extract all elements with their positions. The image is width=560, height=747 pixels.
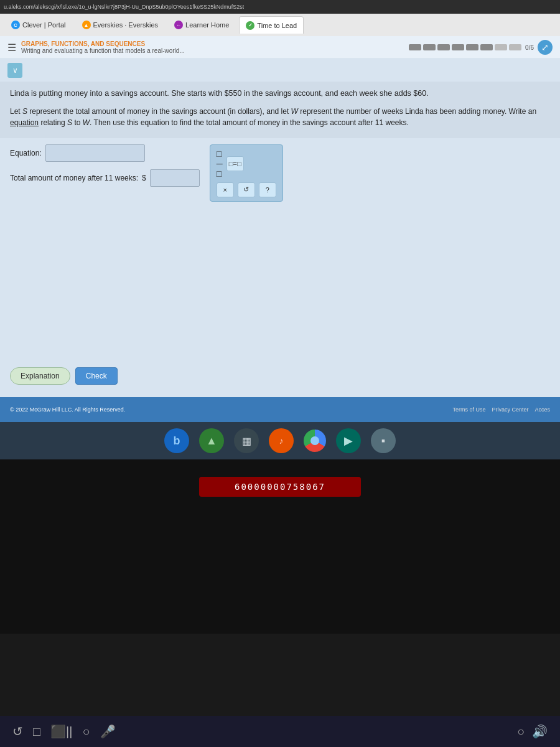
collapse-arrow[interactable]: ∨	[7, 63, 22, 78]
undo-math-btn[interactable]: ↺	[238, 182, 255, 197]
input-fields: Equation: Total amount of money after 11…	[10, 144, 200, 187]
total-row: Total amount of money after 11 weeks: $	[10, 169, 200, 187]
everskies-icon: ▲	[82, 21, 91, 29]
content-header: ☰ GRAPHS, FUNCTIONS, AND SEQUENCES Writi…	[0, 36, 560, 59]
search-right-icon[interactable]: ○	[517, 725, 525, 739]
progress-dot-2	[423, 44, 436, 50]
equation-row: Equation:	[10, 144, 200, 162]
topic-subtitle: Writing and evaluating a function that m…	[21, 47, 185, 54]
id-text: 60000000758067	[235, 482, 325, 492]
total-input[interactable]	[150, 169, 200, 187]
sys-icons-left: ↺ □ ⬛|| ○ 🎤	[12, 724, 116, 739]
main-content: ☰ GRAPHS, FUNCTIONS, AND SEQUENCES Writi…	[0, 36, 560, 422]
problem-area: Linda is putting money into a savings ac…	[0, 82, 560, 138]
audio-icon[interactable]: 🔊	[532, 724, 548, 739]
equation-input[interactable]	[45, 144, 145, 162]
taskbar-chrome-icon[interactable]	[304, 430, 326, 452]
check-button[interactable]: Check	[75, 367, 118, 385]
copyright-text: © 2022 McGraw Hill LLC. All Rights Reser…	[10, 406, 125, 413]
progress-dot-3	[437, 44, 450, 50]
tab-everskies-label: Everskies · Everskies	[93, 21, 159, 29]
currency-symbol: $	[142, 174, 146, 182]
access-link[interactable]: Acces	[534, 406, 550, 413]
close-math-btn[interactable]: ×	[217, 182, 234, 197]
input-section: Equation: Total amount of money after 11…	[0, 138, 560, 208]
tab-learner-label: Learner Home	[185, 21, 229, 29]
progress-dot-8	[509, 44, 521, 50]
timetolead-icon: ✓	[246, 21, 254, 30]
system-taskbar: ↺ □ ⬛|| ○ 🎤 ○ 🔊	[0, 716, 560, 747]
tab-timetolead-label: Time to Lead	[257, 22, 297, 29]
progress-count: 0/6	[525, 44, 534, 51]
tab-timetolead[interactable]: ✓ Time to Lead	[239, 16, 304, 34]
taskbar-icon-1[interactable]: b	[164, 428, 189, 453]
sys-icons-right: ○ 🔊	[517, 724, 548, 739]
progress-dot-1	[409, 44, 421, 50]
bottom-dark: 60000000758067	[0, 459, 560, 634]
clever-icon: C	[11, 21, 20, 29]
fraction-symbol: □─□	[217, 149, 223, 179]
refresh-icon[interactable]: ↺	[12, 724, 23, 739]
chrome-inner	[310, 436, 319, 445]
footer-buttons: Explanation Check	[10, 367, 118, 385]
search-left-icon[interactable]: ○	[82, 725, 90, 739]
copyright-bar: © 2022 McGraw Hill LLC. All Rights Reser…	[0, 397, 560, 422]
header-left: ☰ GRAPHS, FUNCTIONS, AND SEQUENCES Writi…	[7, 40, 185, 54]
taskbar-icon-3[interactable]: ▦	[234, 428, 259, 453]
tab-clever[interactable]: C Clever | Portal	[5, 16, 72, 34]
taskbar-icon-4[interactable]: ♪	[269, 428, 294, 453]
equals-btn[interactable]: □=□	[226, 156, 244, 171]
explanation-button[interactable]: Explanation	[10, 367, 70, 385]
taskbar-icon-6[interactable]: ▶	[336, 428, 361, 453]
problem-instruction: Let S represent the total amount of mone…	[10, 106, 550, 128]
mic-icon[interactable]: 🎤	[100, 724, 116, 739]
tab-learner[interactable]: ← Learner Home	[168, 16, 235, 34]
hamburger-icon[interactable]: ☰	[7, 42, 16, 54]
math-row-2: × ↺ ?	[217, 182, 276, 197]
progress-dot-4	[452, 44, 464, 50]
tab-clever-label: Clever | Portal	[22, 21, 66, 29]
math-toolbar: □─□ □=□ × ↺ ?	[210, 144, 283, 202]
taskbar-icon-2[interactable]: ▲	[199, 428, 224, 453]
help-math-btn[interactable]: ?	[259, 182, 276, 197]
browser-bar: u.aleks.com/alekscgi/x/lsl.exe/1o_u-lgNs…	[0, 0, 560, 14]
progress-dot-6	[480, 44, 493, 50]
pause-icon[interactable]: ⬛||	[50, 724, 72, 739]
header-topic: GRAPHS, FUNCTIONS, AND SEQUENCES Writing…	[21, 40, 185, 54]
terms-link[interactable]: Terms of Use	[452, 406, 485, 413]
taskbar-icon-7[interactable]: ▪	[371, 428, 396, 453]
tab-everskies[interactable]: ▲ Everskies · Everskies	[76, 16, 165, 34]
id-bar: 60000000758067	[199, 477, 361, 497]
progress-dot-5	[466, 44, 478, 50]
progress-area: 0/6 ⤢	[409, 40, 553, 55]
copyright-links: Terms of Use Privacy Center Acces	[452, 406, 550, 413]
expand-button[interactable]: ⤢	[538, 40, 553, 55]
learner-icon: ←	[174, 21, 183, 29]
total-label: Total amount of money after 11 weeks:	[10, 174, 138, 182]
progress-dot-7	[495, 44, 507, 50]
topic-category: GRAPHS, FUNCTIONS, AND SEQUENCES	[21, 40, 185, 47]
taskbar-area: b ▲ ▦ ♪ ▶ ▪	[0, 422, 560, 459]
browser-url: u.aleks.com/alekscgi/x/lsl.exe/1o_u-lgNs…	[4, 4, 244, 10]
math-row-1: □─□ □=□	[217, 149, 276, 179]
progress-dots	[409, 44, 521, 50]
tab-bar: C Clever | Portal ▲ Everskies · Everskie…	[0, 14, 560, 36]
privacy-link[interactable]: Privacy Center	[492, 406, 528, 413]
problem-intro: Linda is putting money into a savings ac…	[10, 88, 550, 100]
window-icon[interactable]: □	[33, 725, 40, 739]
equation-label: Equation:	[10, 149, 42, 157]
